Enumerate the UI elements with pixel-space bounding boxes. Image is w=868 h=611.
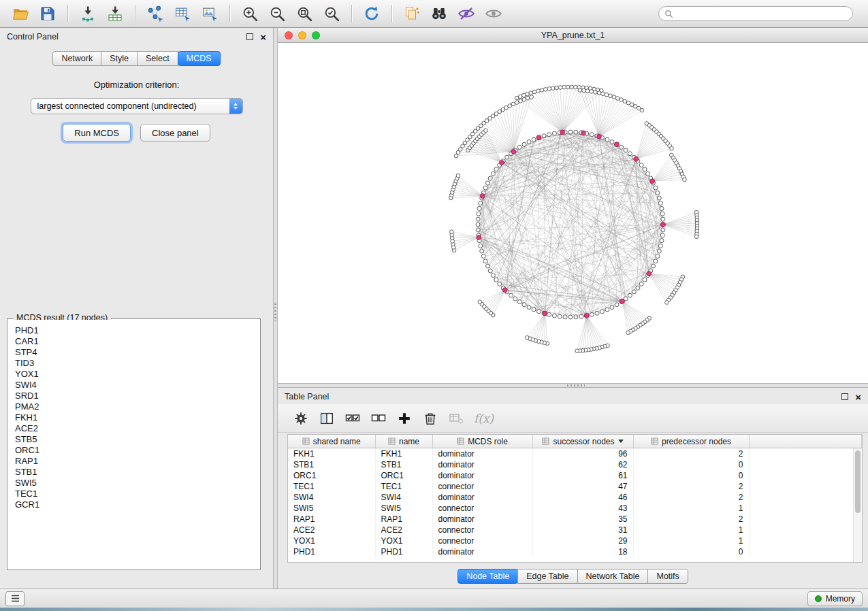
table-cell[interactable]: 61 xyxy=(532,470,633,481)
column-header-mcds-role[interactable]: MCDS role xyxy=(432,435,532,448)
table-cell[interactable]: 2 xyxy=(633,448,749,460)
mcds-result-item[interactable]: TEC1 xyxy=(15,489,253,499)
table-row[interactable]: STB1STB1dominator620 xyxy=(288,459,862,470)
memory-button[interactable]: Memory xyxy=(807,591,863,606)
table-cell[interactable]: dominator xyxy=(432,514,532,525)
tab-network-table[interactable]: Network Table xyxy=(577,569,649,584)
table-cell[interactable]: SWI5 xyxy=(375,503,432,514)
mcds-result-item[interactable]: SRD1 xyxy=(15,391,253,401)
float-panel-icon[interactable] xyxy=(841,393,848,400)
table-cell[interactable]: 47 xyxy=(532,481,633,492)
zoom-selected-button[interactable] xyxy=(318,3,345,24)
criterion-dropdown[interactable]: largest connected component (undirected) xyxy=(31,98,243,114)
column-header-shared-name[interactable]: shared name xyxy=(288,435,375,448)
table-cell[interactable]: connector xyxy=(432,503,532,514)
table-cell[interactable]: 46 xyxy=(532,492,633,503)
table-cell[interactable]: dominator xyxy=(432,492,532,503)
table-cell[interactable]: dominator xyxy=(432,459,532,470)
mcds-result-item[interactable]: PMA2 xyxy=(15,401,253,412)
mcds-result-item[interactable]: CAR1 xyxy=(15,336,253,347)
column-header-predecessor-nodes[interactable]: predecessor nodes xyxy=(633,435,749,448)
float-panel-icon[interactable] xyxy=(246,33,253,40)
table-cell[interactable]: YOX1 xyxy=(375,535,432,546)
table-row[interactable]: ORC1ORC1dominator610 xyxy=(288,470,862,481)
export-table-button[interactable] xyxy=(169,3,196,24)
network-graph[interactable] xyxy=(278,43,868,383)
mcds-result-list[interactable]: PHD1CAR1STP4TID3YOX1SWI4SRD1PMA2FKH1ACE2… xyxy=(8,320,259,569)
table-cell[interactable]: 1 xyxy=(633,525,749,535)
search-box[interactable] xyxy=(658,6,853,21)
window-zoom-button[interactable] xyxy=(312,31,320,39)
mcds-result-item[interactable]: STB5 xyxy=(15,434,253,445)
save-session-button[interactable] xyxy=(34,3,61,24)
table-row[interactable]: ACE2ACE2connector311 xyxy=(288,525,862,535)
tab-mcds[interactable]: MCDS xyxy=(178,51,221,66)
zoom-fit-button[interactable] xyxy=(291,3,318,24)
import-network-button[interactable] xyxy=(74,3,101,24)
table-cell[interactable]: TEC1 xyxy=(375,481,432,492)
table-cell[interactable]: SWI5 xyxy=(288,503,375,514)
table-cell[interactable]: SWI4 xyxy=(375,492,432,503)
table-row[interactable]: YOX1YOX1connector291 xyxy=(288,535,862,546)
table-cell[interactable]: STB1 xyxy=(375,459,432,470)
show-all-button[interactable] xyxy=(480,3,507,24)
import-table-button[interactable] xyxy=(101,3,129,24)
table-scrollbar[interactable] xyxy=(853,448,862,562)
table-cell[interactable]: dominator xyxy=(432,546,532,557)
mcds-result-item[interactable]: FKH1 xyxy=(15,412,253,423)
add-row-button[interactable] xyxy=(393,408,415,429)
table-row[interactable]: TEC1TEC1connector472 xyxy=(288,481,862,492)
table-cell[interactable]: PHD1 xyxy=(375,546,432,557)
table-cell[interactable]: 62 xyxy=(532,459,633,470)
table-cell[interactable]: connector xyxy=(432,481,532,492)
tab-edge-table[interactable]: Edge Table xyxy=(517,569,577,584)
close-panel-icon[interactable]: × xyxy=(855,392,861,402)
table-cell[interactable]: STB1 xyxy=(288,459,375,470)
table-settings-button[interactable] xyxy=(290,408,312,429)
search-input[interactable] xyxy=(677,8,847,19)
table-cell[interactable]: SWI4 xyxy=(288,492,375,503)
table-cell[interactable]: 29 xyxy=(532,535,633,546)
open-file-button[interactable] xyxy=(7,3,34,24)
table-cell[interactable]: 1 xyxy=(633,503,749,514)
delete-row-button[interactable] xyxy=(419,408,441,429)
table-cell[interactable]: FKH1 xyxy=(375,448,432,460)
window-close-button[interactable] xyxy=(285,31,293,39)
table-cell[interactable]: 2 xyxy=(633,481,749,492)
table-cell[interactable]: RAP1 xyxy=(375,514,432,525)
table-row[interactable]: RAP1RAP1dominator352 xyxy=(288,514,862,525)
table-cell[interactable]: dominator xyxy=(432,448,532,460)
tab-style[interactable]: Style xyxy=(101,51,138,66)
close-panel-button[interactable]: Close panel xyxy=(140,124,210,142)
table-cell[interactable]: 0 xyxy=(633,470,749,481)
table-cell[interactable]: PHD1 xyxy=(288,546,375,557)
mcds-result-item[interactable]: GCR1 xyxy=(15,499,253,510)
table-cell[interactable]: 2 xyxy=(633,492,749,503)
table-cell[interactable]: 1 xyxy=(633,535,749,546)
copy-share-button[interactable] xyxy=(398,3,425,24)
new-network-button[interactable] xyxy=(142,3,169,24)
mcds-result-item[interactable]: SWI5 xyxy=(15,478,253,489)
zoom-in-button[interactable] xyxy=(236,3,263,24)
mcds-result-item[interactable]: ORC1 xyxy=(15,445,253,456)
table-cell[interactable]: 2 xyxy=(633,514,749,525)
tab-node-table[interactable]: Node Table xyxy=(457,569,518,584)
mcds-result-item[interactable]: ACE2 xyxy=(15,423,253,434)
horizontal-splitter[interactable] xyxy=(278,383,868,388)
column-header-successor-nodes[interactable]: successor nodes xyxy=(532,435,633,448)
unselect-all-button[interactable] xyxy=(368,408,389,429)
table-cell[interactable]: 18 xyxy=(532,546,633,557)
table-cell[interactable]: ACE2 xyxy=(288,525,375,535)
table-cell[interactable]: RAP1 xyxy=(288,514,375,525)
table-cell[interactable]: connector xyxy=(432,525,532,535)
table-row[interactable]: FKH1FKH1dominator962 xyxy=(288,448,862,460)
window-minimize-button[interactable] xyxy=(298,31,306,39)
scrollbar-thumb[interactable] xyxy=(855,450,861,513)
table-row[interactable]: SWI4SWI4dominator462 xyxy=(288,492,862,503)
mcds-result-item[interactable]: RAP1 xyxy=(15,456,253,467)
mcds-result-item[interactable]: STP4 xyxy=(15,347,253,358)
table-cell[interactable]: ACE2 xyxy=(375,525,432,535)
network-canvas[interactable] xyxy=(278,43,868,383)
run-mcds-button[interactable]: Run MCDS xyxy=(63,124,131,142)
table-cell[interactable]: 0 xyxy=(633,546,749,557)
